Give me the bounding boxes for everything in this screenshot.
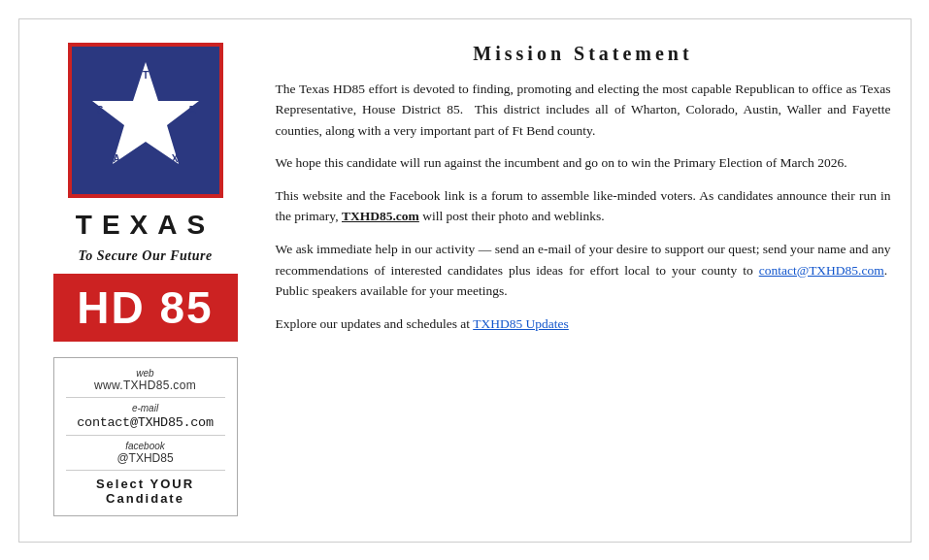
mission-para-1: The Texas HD85 effort is devoted to find… (276, 79, 891, 142)
email-label: e-mail (66, 403, 225, 413)
svg-text:S: S (96, 105, 103, 115)
left-column: T E X A S TEXAS To Secure Our Future HD … (39, 43, 252, 518)
state-label: TEXAS (76, 210, 215, 241)
facebook-handle: @TXHD85 (66, 451, 225, 465)
page-container: T E X A S TEXAS To Secure Our Future HD … (18, 18, 912, 543)
mission-para-4: We ask immediate help in our activity — … (276, 239, 891, 302)
hd85-badge: HD 85 (53, 274, 238, 342)
mission-body: The Texas HD85 effort is devoted to find… (276, 79, 891, 346)
mission-title: Mission Statement (276, 43, 891, 65)
right-column: Mission Statement The Texas HD85 effort … (276, 43, 891, 518)
divider1 (66, 397, 225, 398)
contact-box: web www.TXHD85.com e-mail contact@TXHD85… (53, 357, 238, 516)
svg-text:X: X (171, 153, 178, 164)
contact-email-link[interactable]: contact@TXHD85.com (759, 263, 884, 278)
txhd85-link-inline: TXHD85.com (342, 209, 419, 223)
email-address: contact@TXHD85.com (66, 415, 225, 430)
divider3 (66, 470, 225, 471)
texas-star-svg: T E X A S (83, 57, 209, 183)
web-label: web (66, 368, 225, 379)
web-url: www.TXHD85.com (66, 379, 225, 392)
svg-text:E: E (188, 105, 195, 115)
svg-text:A: A (113, 153, 119, 164)
svg-text:T: T (142, 70, 148, 81)
updates-link[interactable]: TXHD85 Updates (473, 316, 569, 331)
mission-para-3: This website and the Facebook link is a … (276, 185, 891, 227)
mission-para-2: We hope this candidate will run against … (276, 152, 891, 174)
tagline: To Secure Our Future (78, 248, 212, 264)
mission-para-5: Explore our updates and schedules at TXH… (276, 313, 891, 335)
logo-box: T E X A S (68, 43, 223, 198)
facebook-label: facebook (66, 441, 225, 451)
divider2 (66, 435, 225, 436)
select-candidate-cta: Select YOUR Candidate (66, 477, 225, 506)
